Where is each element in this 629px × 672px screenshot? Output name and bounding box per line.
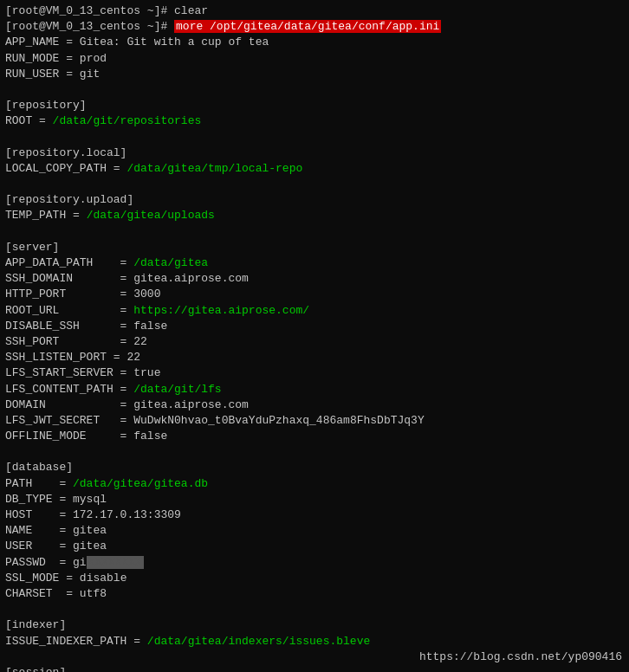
terminal-line: ISSUE_INDEXER_PATH = /data/gitea/indexer… [5,634,624,649]
terminal-line [5,82,624,98]
terminal-line: DB_TYPE = mysql [5,492,624,507]
terminal-line: APP_DATA_PATH = /data/gitea [5,255,624,271]
terminal-line: DOMAIN = gitea.aiprose.com [5,397,624,413]
terminal-line [5,130,624,145]
terminal-line: PASSWD = giXXXXXXXX [5,555,624,571]
terminal-line: [root@VM_0_13_centos ~]# more /opt/gitea… [5,19,624,35]
terminal-line: ROOT = /data/git/repositories [5,113,624,129]
terminal-line: OFFLINE_MODE = false [5,429,624,444]
terminal-line: [session] [5,665,624,672]
terminal-line: LFS_JWT_SECRET = WuDwkN0hvao_t0BvaYduPzh… [5,413,624,429]
terminal-line: DISABLE_SSH = false [5,319,624,334]
terminal-line: CHARSET = utf8 [5,586,624,602]
watermark: https://blog.csdn.net/yp090416 [419,649,622,665]
terminal-line: [root@VM_0_13_centos ~]# clear [5,3,624,19]
terminal-line: HTTP_PORT = 3000 [5,287,624,302]
terminal-line: LOCAL_COPY_PATH = /data/gitea/tmp/local-… [5,161,624,177]
terminal-line: [repository.upload] [5,192,624,208]
terminal-line [5,224,624,240]
terminal-line: SSH_PORT = 22 [5,334,624,350]
terminal-line: LFS_CONTENT_PATH = /data/git/lfs [5,382,624,397]
terminal-line [5,602,624,617]
terminal-line: [indexer] [5,617,624,633]
terminal-line: HOST = 172.17.0.13:3309 [5,507,624,523]
terminal-line: [repository] [5,98,624,113]
terminal-line: SSH_DOMAIN = gitea.aiprose.com [5,271,624,287]
terminal-line: LFS_START_SERVER = true [5,365,624,381]
terminal-line: RUN_MODE = prod [5,51,624,67]
terminal-line: SSH_LISTEN_PORT = 22 [5,350,624,365]
terminal-line: [server] [5,240,624,255]
terminal-line: PATH = /data/gitea/gitea.db [5,476,624,492]
terminal-line: RUN_USER = git [5,67,624,82]
terminal-line: [repository.local] [5,145,624,161]
terminal-line: APP_NAME = Gitea: Git with a cup of tea [5,35,624,50]
terminal-line: ROOT_URL = https://gitea.aiprose.com/ [5,303,624,319]
terminal-line [5,177,624,192]
terminal-line: NAME = gitea [5,523,624,539]
terminal-window: [root@VM_0_13_centos ~]# clear[root@VM_0… [0,0,629,672]
terminal-line: USER = gitea [5,539,624,554]
terminal-line [5,444,624,460]
terminal-line: TEMP_PATH = /data/gitea/uploads [5,208,624,223]
terminal-line: [database] [5,460,624,475]
terminal-line: SSL_MODE = disable [5,571,624,586]
terminal-content: [root@VM_0_13_centos ~]# clear[root@VM_0… [5,3,624,672]
